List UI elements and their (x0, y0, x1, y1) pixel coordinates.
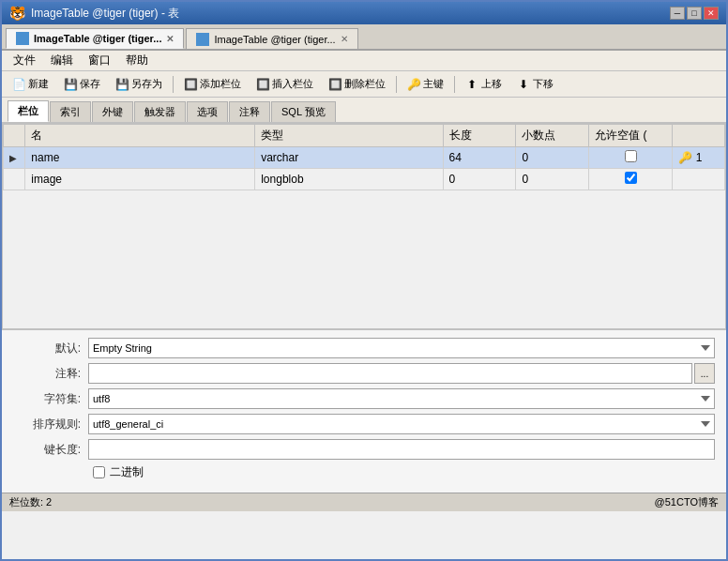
binary-label: 二进制 (110, 464, 144, 480)
fields-table-area[interactable]: 名 类型 长度 小数点 允许空值 ( ▶ name (2, 123, 726, 329)
toolbar-insertcol-btn[interactable]: 🔲 插入栏位 (250, 74, 320, 95)
keylength-input[interactable] (88, 439, 715, 460)
menu-bar: 文件 编辑 窗口 帮助 (2, 51, 726, 71)
nullable-checkbox-0[interactable] (625, 150, 637, 162)
field-type-1[interactable]: longblob (255, 169, 443, 190)
status-bar: 栏位数: 2 @51CTO博客 (2, 493, 726, 511)
minimize-button[interactable]: ─ (670, 7, 685, 20)
prop-label-charset: 字符集: (13, 391, 88, 407)
maximize-button[interactable]: □ (687, 7, 702, 20)
view-tab-1[interactable]: 索引 (50, 101, 91, 122)
view-tab-6[interactable]: SQL 预览 (271, 101, 336, 122)
menu-edit[interactable]: 编辑 (43, 51, 81, 70)
new-icon: 📄 (12, 78, 25, 91)
table-row[interactable]: image longblob 0 0 (4, 169, 725, 190)
tab-close-0[interactable]: ✕ (166, 34, 174, 44)
menu-file[interactable]: 文件 (6, 51, 43, 70)
prop-value-collation: utf8_general_ci utf8_unicode_ci (88, 414, 715, 434)
prop-row-keylength: 键长度: (13, 439, 715, 460)
toolbar-movedown-btn[interactable]: ⬇ 下移 (510, 74, 560, 95)
col-decimal: 小数点 (516, 125, 589, 147)
charset-select[interactable]: utf8 utf8mb4 latin1 (88, 388, 715, 409)
binary-checkbox[interactable] (93, 466, 105, 478)
prop-label-default: 默认: (13, 341, 88, 356)
comment-input[interactable] (88, 363, 692, 384)
field-name-0[interactable]: name (25, 147, 255, 169)
toolbar-saveas-btn[interactable]: 💾 另存为 (109, 74, 169, 95)
field-nullable-0[interactable] (589, 147, 673, 169)
key-icon: 🔑 (407, 78, 420, 91)
binary-container: 二进制 (93, 464, 715, 480)
field-name-1[interactable]: image (25, 169, 255, 190)
view-tab-5[interactable]: 注释 (229, 101, 270, 122)
toolbar: 📄 新建 💾 保存 💾 另存为 🔲 添加栏位 🔲 插入栏位 🔲 删除栏位 🔑 主… (2, 71, 726, 98)
field-nullable-1[interactable] (589, 169, 673, 190)
tab-label-1: ImageTable @tiger (tiger... (214, 34, 335, 45)
prop-label-keylength: 键长度: (13, 442, 88, 458)
tab-1[interactable]: ImageTable @tiger (tiger... ✕ (186, 28, 357, 49)
prop-row-comment: 注释: ... (13, 363, 715, 384)
tab-icon-0 (16, 32, 29, 45)
col-type: 类型 (255, 125, 443, 147)
field-type-0[interactable]: varchar (255, 147, 443, 169)
main-window: 🐯 ImageTable @tiger (tiger) - 表 ─ □ ✕ Im… (0, 0, 728, 561)
toolbar-sep-1 (173, 76, 174, 93)
status-left: 栏位数: 2 (9, 495, 52, 509)
view-tab-0[interactable]: 栏位 (8, 100, 49, 122)
title-bar: 🐯 ImageTable @tiger (tiger) - 表 ─ □ ✕ (2, 2, 726, 24)
comment-browse-btn[interactable]: ... (694, 363, 715, 384)
prop-row-charset: 字符集: utf8 utf8mb4 latin1 (13, 388, 715, 409)
comment-container: ... (88, 363, 715, 384)
title-bar-controls: ─ □ ✕ (670, 7, 719, 20)
col-name: 名 (25, 125, 255, 147)
window-title: ImageTable @tiger (tiger) - 表 (31, 6, 179, 22)
prop-value-default: Empty String NULL CURRENT_TIMESTAMP (88, 338, 715, 358)
col-nullable: 允许空值 ( (589, 125, 673, 147)
toolbar-new-btn[interactable]: 📄 新建 (6, 74, 55, 95)
prop-value-comment: ... (88, 363, 715, 384)
tab-label-0: ImageTable @tiger (tiger... (34, 33, 161, 44)
down-icon: ⬇ (517, 78, 530, 91)
view-tab-3[interactable]: 触发器 (134, 101, 186, 122)
prop-row-default: 默认: Empty String NULL CURRENT_TIMESTAMP (13, 338, 715, 358)
field-decimal-1[interactable]: 0 (516, 169, 589, 190)
addcol-icon: 🔲 (184, 78, 197, 91)
menu-help[interactable]: 帮助 (118, 51, 156, 70)
nullable-checkbox-1[interactable] (625, 172, 637, 184)
prop-value-keylength (88, 439, 715, 460)
toolbar-sep-2 (396, 76, 397, 93)
prop-value-binary: 二进制 (93, 464, 715, 480)
toolbar-moveup-label: 上移 (481, 77, 502, 91)
toolbar-key-label: 主键 (423, 77, 444, 91)
toolbar-sep-3 (454, 76, 455, 93)
tab-bar: ImageTable @tiger (tiger... ✕ ImageTable… (2, 24, 726, 51)
toolbar-insertcol-label: 插入栏位 (272, 77, 313, 91)
toolbar-addcol-label: 添加栏位 (200, 77, 241, 91)
field-length-0[interactable]: 64 (443, 147, 516, 169)
field-key-1 (673, 169, 725, 190)
tab-close-1[interactable]: ✕ (341, 34, 348, 44)
view-tab-4[interactable]: 选项 (187, 101, 228, 122)
collation-select[interactable]: utf8_general_ci utf8_unicode_ci (88, 414, 715, 434)
close-button[interactable]: ✕ (704, 7, 719, 20)
title-bar-left: 🐯 ImageTable @tiger (tiger) - 表 (9, 6, 179, 22)
toolbar-save-btn[interactable]: 💾 保存 (57, 74, 107, 95)
tab-icon-1 (196, 33, 209, 46)
field-decimal-0[interactable]: 0 (516, 147, 589, 169)
default-select[interactable]: Empty String NULL CURRENT_TIMESTAMP (88, 338, 715, 358)
up-icon: ⬆ (465, 78, 478, 91)
deletecol-icon: 🔲 (328, 78, 341, 91)
toolbar-addcol-btn[interactable]: 🔲 添加栏位 (177, 74, 248, 95)
table-row[interactable]: ▶ name varchar 64 0 (4, 147, 725, 169)
view-tab-2[interactable]: 外键 (92, 101, 133, 122)
toolbar-deletecol-btn[interactable]: 🔲 删除栏位 (322, 74, 392, 95)
tab-0[interactable]: ImageTable @tiger (tiger... ✕ (6, 28, 184, 49)
toolbar-deletecol-label: 删除栏位 (344, 77, 386, 91)
prop-value-charset: utf8 utf8mb4 latin1 (88, 388, 715, 409)
toolbar-primarykey-btn[interactable]: 🔑 主键 (401, 74, 450, 95)
content-area: 名 类型 长度 小数点 允许空值 ( ▶ name (2, 123, 726, 559)
toolbar-moveup-btn[interactable]: ⬆ 上移 (459, 74, 508, 95)
field-key-0: 🔑 1 (673, 147, 725, 169)
menu-window[interactable]: 窗口 (81, 51, 118, 70)
field-length-1[interactable]: 0 (443, 169, 516, 190)
